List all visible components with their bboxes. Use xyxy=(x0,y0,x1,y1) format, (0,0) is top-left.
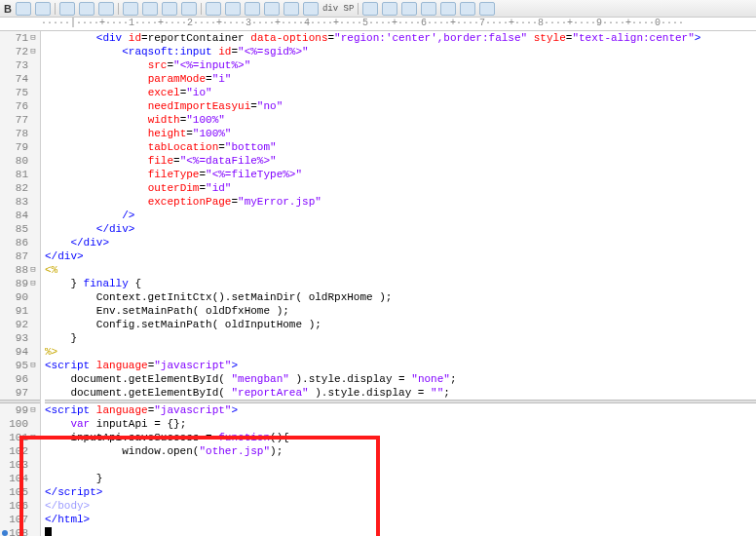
gutter-line[interactable]: 86 xyxy=(0,236,40,249)
code-line[interactable]: <raqsoft:input id="<%=sgid%>" xyxy=(45,45,756,58)
code-line[interactable]: window.open("other.jsp"); xyxy=(45,444,756,458)
gutter-line[interactable]: 91 xyxy=(0,304,40,318)
gutter-line[interactable]: 74 xyxy=(0,72,40,86)
gutter-line[interactable]: 75 xyxy=(0,86,40,99)
code-line[interactable]: </body> xyxy=(45,499,756,513)
toolbar-button[interactable] xyxy=(362,2,378,16)
toolbar-button[interactable] xyxy=(181,2,197,16)
gutter-line[interactable]: 85 xyxy=(0,222,40,236)
gutter-line[interactable]: 102 xyxy=(0,444,40,458)
toolbar-button[interactable] xyxy=(401,2,417,16)
gutter-line[interactable]: 92 xyxy=(0,318,40,331)
gutter-line[interactable]: 97 xyxy=(0,386,40,400)
code-line[interactable]: <% xyxy=(45,263,756,277)
gutter-line[interactable]: 108 xyxy=(0,526,40,536)
toolbar-button[interactable] xyxy=(284,2,299,16)
code-line[interactable]: } xyxy=(45,472,756,485)
code-line[interactable]: file="<%=dataFile%>" xyxy=(45,154,756,168)
gutter-line[interactable]: 78 xyxy=(0,127,40,140)
code-line[interactable]: exceptionPage="myError.jsp" xyxy=(45,195,756,209)
gutter-line[interactable]: 96 xyxy=(0,372,40,386)
gutter-line[interactable]: 76 xyxy=(0,99,40,113)
toolbar-button[interactable] xyxy=(460,2,475,16)
code-line[interactable]: </div> xyxy=(45,236,756,249)
gutter-line[interactable]: 84 xyxy=(0,209,40,222)
code-line[interactable]: document.getElementById( "mengban" ).sty… xyxy=(45,372,756,386)
code-line[interactable]: document.getElementById( "reportArea" ).… xyxy=(45,386,756,400)
code-line[interactable]: /> xyxy=(45,209,756,222)
editor[interactable]: 71⊟72⊟73747576777879808182838485868788⊟8… xyxy=(0,31,756,536)
code-line[interactable]: <script language="javascript"> xyxy=(45,403,756,417)
code-line[interactable]: %> xyxy=(45,345,756,359)
gutter-line[interactable]: 88⊟ xyxy=(0,263,40,277)
gutter[interactable]: 71⊟72⊟73747576777879808182838485868788⊟8… xyxy=(0,31,41,536)
gutter-line[interactable]: 82 xyxy=(0,181,40,195)
toolbar-button[interactable] xyxy=(16,2,31,16)
toolbar-button[interactable] xyxy=(98,2,114,16)
code-line[interactable] xyxy=(45,526,756,536)
gutter-line[interactable]: 100 xyxy=(0,417,40,431)
code-line[interactable]: var inputApi = {}; xyxy=(45,417,756,431)
code-line[interactable]: height="100%" xyxy=(45,127,756,140)
code-line[interactable]: <div id=reportContainer data-options="re… xyxy=(45,31,756,45)
gutter-line[interactable]: 95⊟ xyxy=(0,359,40,372)
bold-button[interactable]: B xyxy=(4,3,12,15)
code-line[interactable]: src="<%=input%>" xyxy=(45,58,756,72)
gutter-line[interactable]: 81 xyxy=(0,168,40,181)
toolbar-button[interactable] xyxy=(303,2,319,16)
gutter-line[interactable]: 73 xyxy=(0,58,40,72)
gutter-line[interactable]: 99⊟ xyxy=(0,403,40,417)
gutter-line[interactable]: 83 xyxy=(0,195,40,209)
gutter-line[interactable]: 107 xyxy=(0,513,40,526)
gutter-line[interactable]: 105 xyxy=(0,485,40,499)
gutter-line[interactable]: 106 xyxy=(0,499,40,513)
code-area[interactable]: <div id=reportContainer data-options="re… xyxy=(41,31,756,536)
gutter-line[interactable]: 101⊟ xyxy=(0,431,40,444)
toolbar-button[interactable] xyxy=(59,2,75,16)
toolbar-button[interactable] xyxy=(35,2,51,16)
toolbar-button[interactable] xyxy=(206,2,221,16)
gutter-line[interactable]: 71⊟ xyxy=(0,31,40,45)
gutter-line[interactable]: 94 xyxy=(0,345,40,359)
code-line[interactable]: Env.setMainPath( oldDfxHome ); xyxy=(45,304,756,318)
gutter-line[interactable]: 80 xyxy=(0,154,40,168)
code-line[interactable]: inputApi.saveSuccess = function(){ xyxy=(45,431,756,444)
code-line[interactable]: needImportEasyui="no" xyxy=(45,99,756,113)
toolbar-button[interactable] xyxy=(382,2,397,16)
gutter-line[interactable]: 87 xyxy=(0,249,40,263)
gutter-line[interactable]: 89⊟ xyxy=(0,277,40,290)
gutter-line[interactable]: 79 xyxy=(0,140,40,154)
code-line[interactable]: fileType="<%=fileType%>" xyxy=(45,168,756,181)
code-line[interactable]: </div> xyxy=(45,249,756,263)
code-line[interactable]: </script> xyxy=(45,485,756,499)
toolbar-button[interactable] xyxy=(245,2,260,16)
code-line[interactable]: outerDim="id" xyxy=(45,181,756,195)
code-line[interactable] xyxy=(45,458,756,472)
code-line[interactable]: } finally { xyxy=(45,277,756,290)
gutter-line[interactable]: 103 xyxy=(0,458,40,472)
gutter-line[interactable]: 104 xyxy=(0,472,40,485)
code-line[interactable]: </div> xyxy=(45,222,756,236)
toolbar-button[interactable] xyxy=(142,2,158,16)
toolbar-button[interactable] xyxy=(225,2,241,16)
code-line[interactable]: paramMode="i" xyxy=(45,72,756,86)
toolbar-button[interactable] xyxy=(421,2,436,16)
code-line[interactable]: } xyxy=(45,331,756,345)
code-line[interactable]: <script language="javascript"> xyxy=(45,359,756,372)
gutter-line[interactable]: 90 xyxy=(0,290,40,304)
code-line[interactable]: Context.getInitCtx().setMainDir( oldRpxH… xyxy=(45,290,756,304)
code-line[interactable]: tabLocation="bottom" xyxy=(45,140,756,154)
code-line[interactable]: Config.setMainPath( oldInputHome ); xyxy=(45,318,756,331)
gutter-line[interactable]: 93 xyxy=(0,331,40,345)
toolbar-button[interactable] xyxy=(264,2,280,16)
toolbar-button[interactable] xyxy=(123,2,138,16)
gutter-line[interactable]: 77 xyxy=(0,113,40,127)
gutter-line[interactable]: 72⊟ xyxy=(0,45,40,58)
code-line[interactable]: excel="io" xyxy=(45,86,756,99)
toolbar-button[interactable] xyxy=(479,2,495,16)
code-line[interactable]: width="100%" xyxy=(45,113,756,127)
toolbar-button[interactable] xyxy=(162,2,177,16)
code-line[interactable]: </html> xyxy=(45,513,756,526)
toolbar-button[interactable] xyxy=(440,2,456,16)
toolbar-button[interactable] xyxy=(79,2,94,16)
